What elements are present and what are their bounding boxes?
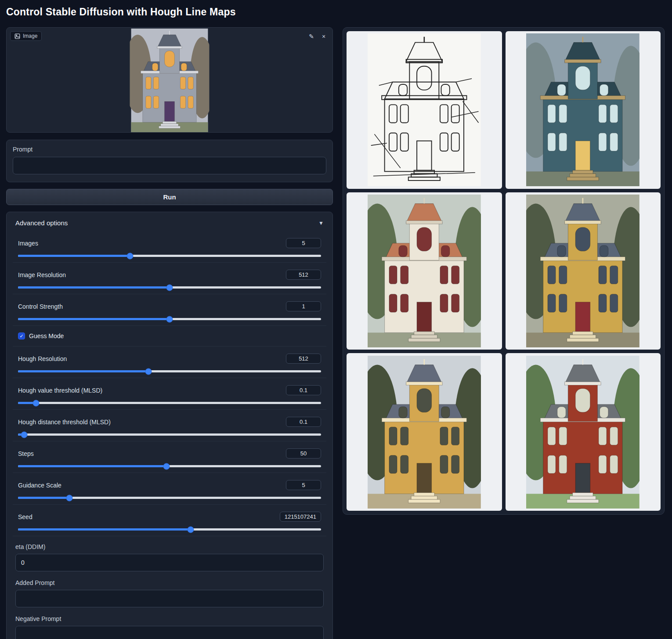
slider-knob[interactable] (166, 316, 173, 322)
page-title: Control Stable Diffusion with Hough Line… (6, 6, 236, 18)
advanced-options-title: Advanced options (15, 219, 68, 227)
slider-label-guidance-scale: Guidance Scale (18, 482, 61, 489)
slider-label-control-strength: Control Strength (18, 303, 63, 310)
slider-label-image-resolution: Image Resolution (18, 271, 66, 278)
negative-prompt-group: Negative Prompt (13, 608, 326, 639)
slider-fill (18, 465, 166, 467)
slider-fill (18, 497, 69, 499)
slider-value-guidance-scale[interactable]: 5 (286, 480, 321, 490)
slider-fill (18, 370, 148, 372)
slider-label-images: Images (18, 240, 38, 247)
result-gallery (343, 27, 665, 515)
added-prompt-input[interactable] (15, 590, 324, 607)
slider-track-control-strength[interactable] (18, 318, 321, 320)
gallery-item-yellow-victorian[interactable] (506, 192, 661, 350)
slider-fill (18, 286, 170, 289)
image-label-chip: Image (10, 31, 42, 41)
edit-image-button[interactable]: ✎ (306, 31, 317, 42)
slider-row-guidance-scale: Guidance Scale 5 (13, 473, 326, 505)
slider-label-hough-resolution: Hough Resolution (18, 355, 67, 362)
slider-fill (18, 528, 191, 531)
slider-row-image-resolution: Image Resolution 512 (13, 263, 326, 294)
slider-row-hough-value-threshold: Hough value threshold (MLSD) 0.1 (13, 378, 326, 410)
slider-fill (18, 318, 170, 320)
slider-value-image-resolution[interactable]: 512 (286, 270, 321, 280)
slider-value-hough-resolution[interactable]: 512 (286, 354, 321, 364)
slider-label-seed: Seed (18, 513, 33, 520)
slider-label-hough-value-threshold: Hough value threshold (MLSD) (18, 387, 102, 394)
prompt-panel: Prompt (6, 140, 333, 182)
gallery-item-hough-line-map[interactable] (347, 31, 502, 189)
eta-label: eta (DDIM) (15, 543, 324, 550)
slider-track-image-resolution[interactable] (18, 286, 321, 289)
slider-knob[interactable] (21, 431, 27, 438)
slider-track-hough-distance-threshold[interactable] (18, 433, 321, 436)
slider-knob[interactable] (166, 284, 173, 291)
gallery-item-white-victorian[interactable] (347, 192, 502, 350)
gallery-item-red-victorian[interactable] (506, 353, 661, 511)
slider-row-hough-resolution: Hough Resolution 512 (13, 347, 326, 378)
slider-track-hough-resolution[interactable] (18, 370, 321, 372)
slider-row-steps: Steps 50 (13, 441, 326, 473)
advanced-options-panel: Advanced options ▼ Images 5 Image Resolu… (6, 212, 333, 639)
slider-row-images: Images 5 (13, 231, 326, 263)
slider-knob[interactable] (33, 400, 40, 406)
slider-label-steps: Steps (18, 450, 34, 457)
guess-mode-label: Guess Mode (29, 332, 64, 339)
slider-row-control-strength: Control Strength 1 (13, 294, 326, 326)
slider-row-hough-distance-threshold: Hough distance threshold (MLSD) 0.1 (13, 410, 326, 441)
slider-track-steps[interactable] (18, 465, 321, 467)
slider-value-hough-value-threshold[interactable]: 0.1 (286, 385, 321, 395)
prompt-label: Prompt (13, 146, 326, 153)
image-label: Image (23, 33, 37, 39)
input-image-panel: Image ✎ × (6, 27, 333, 133)
slider-label-hough-distance-threshold: Hough distance threshold (MLSD) (18, 419, 111, 426)
negative-prompt-input[interactable] (15, 626, 324, 639)
slider-fill (18, 255, 130, 257)
slider-knob[interactable] (163, 463, 170, 469)
slider-value-control-strength[interactable]: 1 (286, 301, 321, 311)
added-prompt-label: Added Prompt (15, 579, 324, 586)
guess-mode-checkbox-row[interactable]: ✓ Guess Mode (13, 326, 326, 347)
slider-track-guidance-scale[interactable] (18, 497, 321, 499)
eta-input[interactable] (15, 554, 324, 571)
run-button[interactable]: Run (6, 189, 333, 205)
slider-value-images[interactable]: 5 (286, 238, 321, 248)
slider-knob[interactable] (145, 368, 152, 375)
slider-track-hough-value-threshold[interactable] (18, 402, 321, 404)
slider-knob[interactable] (66, 495, 73, 501)
slider-value-hough-distance-threshold[interactable]: 0.1 (286, 417, 321, 427)
clear-image-button[interactable]: × (318, 31, 329, 42)
prompt-input[interactable] (13, 157, 326, 174)
advanced-options-header[interactable]: Advanced options ▼ (13, 218, 326, 231)
image-icon (14, 33, 20, 39)
chevron-down-icon: ▼ (318, 220, 324, 226)
slider-value-steps[interactable]: 50 (286, 448, 321, 458)
gallery-item-golden-victorian[interactable] (347, 353, 502, 511)
slider-track-seed[interactable] (18, 528, 321, 531)
negative-prompt-label: Negative Prompt (15, 615, 324, 622)
image-actions: ✎ × (306, 31, 329, 42)
slider-track-images[interactable] (18, 255, 321, 257)
added-prompt-group: Added Prompt (13, 572, 326, 608)
guess-mode-checkbox[interactable]: ✓ (18, 332, 25, 339)
slider-value-seed[interactable]: 1215107241 (280, 512, 321, 522)
eta-group: eta (DDIM) (13, 536, 326, 572)
slider-knob[interactable] (127, 253, 134, 259)
gallery-item-blue-victorian[interactable] (506, 31, 661, 189)
uploaded-image[interactable] (130, 29, 210, 132)
slider-knob[interactable] (188, 526, 194, 533)
slider-row-seed: Seed 1215107241 (13, 505, 326, 536)
